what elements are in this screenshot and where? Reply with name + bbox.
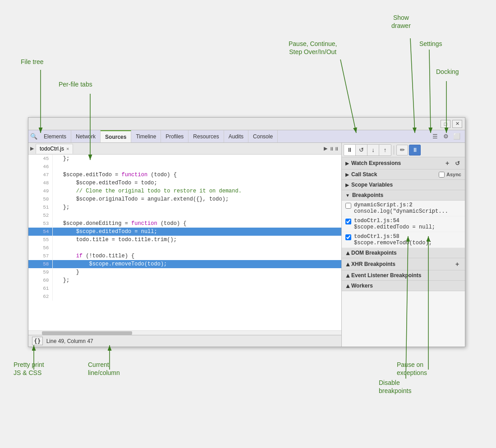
- close-button[interactable]: ✕: [452, 120, 462, 128]
- breakpoint-item: todoCtrl.js:54 $scope.editedTodo = null;: [342, 216, 465, 232]
- tab-resources[interactable]: Resources: [188, 130, 224, 142]
- breakpoint-code-1: console.log("dynamicScript...: [354, 208, 448, 215]
- workers-triangle: ▶: [345, 284, 350, 288]
- run-script-icon[interactable]: ▶: [322, 145, 329, 152]
- pause-button[interactable]: ⏸: [344, 145, 356, 155]
- table-row: 62: [28, 293, 341, 301]
- table-row: 55 todo.title = todo.title.trim();: [28, 236, 341, 244]
- settings-icon[interactable]: ⚙: [441, 132, 450, 141]
- table-row: 45 };: [28, 155, 341, 163]
- async-label: Async: [446, 172, 461, 177]
- devtools-topbar: □ ✕: [28, 118, 465, 130]
- breakpoints-header[interactable]: ▼ Breakpoints: [342, 190, 465, 201]
- event-listener-triangle: ▶: [345, 274, 350, 277]
- per-file-tabs-label: Per-file tabs: [59, 80, 92, 88]
- line-column-status: Line 49, Column 47: [46, 338, 93, 344]
- breakpoint-checkbox-1[interactable]: [345, 203, 351, 209]
- breakpoint-checkbox-2[interactable]: [345, 219, 351, 224]
- scope-variables-triangle: ▶: [345, 183, 349, 187]
- pretty-print-button[interactable]: {}: [32, 337, 43, 345]
- search-icon[interactable]: 🔍: [30, 133, 37, 140]
- event-listener-breakpoints-header[interactable]: ▶ Event Listener Breakpoints: [342, 270, 465, 281]
- file-tree-label: File tree: [21, 58, 44, 66]
- disable-breakpoints-label: Disablebreakpoints: [379, 379, 411, 395]
- async-area: Async: [439, 172, 461, 178]
- table-row: 54 $scope.editedTodo = null;: [28, 228, 341, 236]
- table-row: 47 $scope.editTodo = function (todo) {: [28, 171, 341, 179]
- debug-content[interactable]: ▶ Watch Expressions + ↺ ▶ Call Stack Asy…: [342, 157, 465, 347]
- file-tabbar: ▶ todoCtrl.js × ▶ ⏸⏸: [28, 143, 341, 155]
- breakpoints-triangle: ▼: [345, 193, 350, 198]
- breakpoint-item: dynamicScript.js:2 console.log("dynamicS…: [342, 201, 465, 216]
- table-row: 53 $scope.doneEditing = function (todo) …: [28, 219, 341, 228]
- tab-audits[interactable]: Audits: [224, 130, 248, 142]
- scope-variables-label: Scope Variables: [351, 182, 393, 188]
- table-row: 51 };: [28, 203, 341, 211]
- settings-label: Settings: [419, 40, 442, 48]
- code-table: 45 }; 46 47 $scope.editTodo = function (…: [28, 155, 341, 301]
- step-out-button[interactable]: ↑: [379, 145, 391, 155]
- step-over-button[interactable]: ↺: [356, 145, 367, 155]
- watch-expressions-header[interactable]: ▶ Watch Expressions + ↺: [342, 157, 465, 169]
- tab-console[interactable]: Console: [248, 130, 278, 142]
- table-row: 57 if (!todo.title) {: [28, 252, 341, 260]
- tab-timeline[interactable]: Timeline: [131, 130, 161, 142]
- docking-icon[interactable]: ⬜: [452, 132, 461, 141]
- pretty-print-label: Pretty printJS & CSS: [14, 361, 44, 377]
- code-scrollbar-thumb[interactable]: [42, 331, 132, 335]
- xhr-breakpoints-header[interactable]: ▶ XHR Breakpoints +: [342, 258, 465, 270]
- workers-label: Workers: [351, 283, 373, 289]
- pause-continue-label: Pause, Continue,Step Over/In/Out: [289, 40, 337, 56]
- async-checkbox[interactable]: [439, 172, 445, 178]
- workers-header[interactable]: ▶ Workers: [342, 281, 465, 291]
- call-stack-header[interactable]: ▶ Call Stack Async: [342, 169, 465, 180]
- tab-sources[interactable]: Sources: [101, 130, 131, 142]
- watch-expressions-add-button[interactable]: +: [443, 159, 451, 167]
- breakpoint-location-2: todoCtrl.js:54: [354, 218, 435, 224]
- event-listener-label: Event Listener Breakpoints: [351, 272, 421, 279]
- scope-variables-header[interactable]: ▶ Scope Variables: [342, 180, 465, 190]
- dom-breakpoints-header[interactable]: ▶ DOM Breakpoints: [342, 248, 465, 258]
- debug-button-group: ⏸ ↺ ↓ ↑: [344, 144, 391, 156]
- file-tab-todoctrl[interactable]: todoCtrl.js ×: [36, 144, 73, 154]
- undock-button[interactable]: □: [441, 120, 450, 128]
- breakpoint-item: todoCtrl.js:58 $scope.removeTodo(todo);: [342, 232, 465, 248]
- xhr-breakpoints-triangle: ▶: [345, 262, 350, 266]
- pause-on-exceptions-button[interactable]: ⏸: [409, 145, 421, 155]
- breakpoint-checkbox-3[interactable]: [345, 234, 351, 240]
- debug-toolbar: ⏸ ↺ ↓ ↑ ✏ ⏸: [342, 143, 465, 157]
- table-row: 59 }: [28, 268, 341, 276]
- deactivate-breakpoints-button[interactable]: ✏: [396, 145, 408, 155]
- xhr-breakpoints-add-button[interactable]: +: [453, 260, 461, 268]
- breakpoints-content: dynamicScript.js:2 console.log("dynamicS…: [342, 201, 465, 248]
- show-drawer-icon[interactable]: ☰: [431, 132, 440, 141]
- table-row: 61: [28, 284, 341, 293]
- tab-network[interactable]: Network: [71, 130, 101, 142]
- breakpoints-label: Breakpoints: [352, 192, 383, 198]
- code-scrollbar[interactable]: [28, 330, 341, 335]
- watch-expressions-label: Watch Expressions: [351, 160, 401, 166]
- file-tab-close[interactable]: ×: [66, 146, 69, 151]
- file-tab-name: todoCtrl.js: [40, 146, 64, 152]
- breakpoint-code-3: $scope.removeTodo(todo);: [354, 240, 432, 246]
- table-row: 46: [28, 163, 341, 171]
- dom-breakpoints-label: DOM Breakpoints: [351, 250, 397, 256]
- tab-elements[interactable]: Elements: [39, 130, 71, 142]
- tab-profiles[interactable]: Profiles: [161, 130, 188, 142]
- debug-panel: ⏸ ↺ ↓ ↑ ✏ ⏸ ▶ Watch Expressions + ↺: [342, 143, 465, 347]
- file-tree-toggle-icon[interactable]: ▶: [30, 146, 34, 151]
- table-row: 48 $scope.editedTodo = todo;: [28, 179, 341, 187]
- table-row: 60 };: [28, 276, 341, 284]
- call-stack-triangle: ▶: [345, 172, 349, 177]
- devtools-window: □ ✕ 🔍 Elements Network Sources Timeline …: [28, 117, 465, 347]
- table-row: 52: [28, 211, 341, 219]
- source-panel: ▶ todoCtrl.js × ▶ ⏸⏸ 45 };: [28, 143, 342, 347]
- table-row: 49 // Clone the original todo to restore…: [28, 187, 341, 195]
- docking-label: Docking: [436, 68, 459, 76]
- table-row: 50 $scope.originalTodo = angular.extend(…: [28, 195, 341, 203]
- watch-expressions-refresh-button[interactable]: ↺: [453, 159, 461, 167]
- table-row: 58 $scope.removeTodo(todo);: [28, 260, 341, 268]
- step-into-button[interactable]: ↓: [367, 145, 379, 155]
- pause-script-icon[interactable]: ⏸⏸: [331, 145, 338, 152]
- code-area[interactable]: 45 }; 46 47 $scope.editTodo = function (…: [28, 155, 341, 330]
